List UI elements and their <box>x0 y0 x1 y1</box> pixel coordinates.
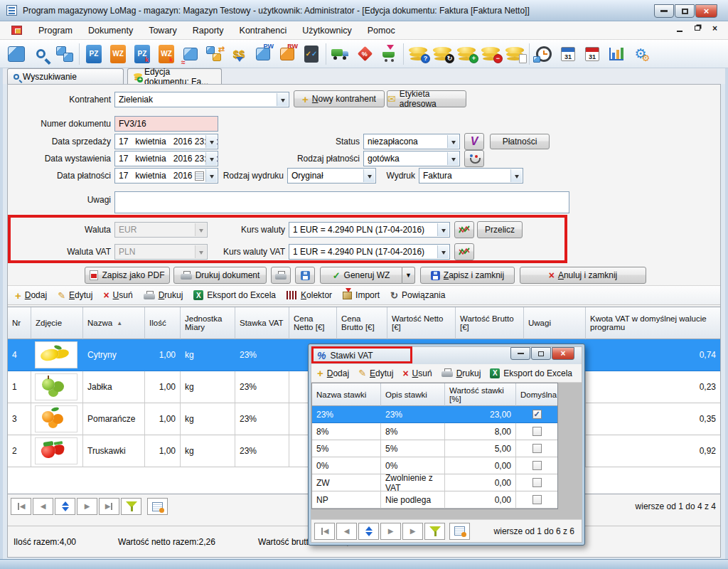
menu-program[interactable]: Program <box>31 23 80 38</box>
filter-button[interactable] <box>424 523 445 540</box>
wydruk-combo[interactable]: Faktura <box>419 168 523 184</box>
col-domyslna[interactable]: Domyślna <box>516 383 557 406</box>
kurs-vat-chart-button[interactable] <box>454 243 474 260</box>
first-page-button[interactable]: ◀ <box>11 498 31 515</box>
payments-add-icon[interactable]: + <box>454 42 478 66</box>
dialog-close-button[interactable]: × <box>552 347 574 360</box>
status-combo[interactable]: niezapłacona <box>363 134 460 149</box>
kurs-waluty-vat-combo[interactable]: 1 EUR = 4.2940 PLN (17-04-2016) <box>289 244 450 260</box>
vat-row[interactable]: 5% 5% 5,00 <box>312 440 557 457</box>
chevron-down-icon[interactable] <box>363 169 375 182</box>
zapisz-jako-pdf-button[interactable]: Zapisz jako PDF <box>85 267 170 284</box>
vat-row[interactable]: ZW Zwolnienie z VAT 0,00 <box>312 474 557 491</box>
vat-row[interactable]: 0% 0% 0,00 <box>312 457 557 474</box>
settings-gears-icon[interactable]: ⚙⚙ <box>628 42 653 66</box>
delivery-truck-icon[interactable] <box>328 42 353 66</box>
payments-query-icon[interactable]: ? <box>406 42 430 66</box>
numer-dokumentu-field[interactable]: FV3/16 <box>114 116 218 132</box>
maximize-button[interactable] <box>675 4 695 18</box>
vat-row[interactable]: 23% 23% 23,00 <box>312 406 557 423</box>
col-wartosc-brutto[interactable]: Wartość Brutto [€] <box>456 307 524 339</box>
kolektor-button[interactable]: Kolektor <box>287 290 332 300</box>
generuj-wz-dropdown[interactable]: ▼ <box>402 267 415 284</box>
chevron-down-icon[interactable] <box>437 223 449 236</box>
chevron-down-icon[interactable] <box>510 169 522 182</box>
chevron-down-icon[interactable] <box>205 135 217 148</box>
menu-kontrahenci[interactable]: Kontrahenci <box>232 23 295 38</box>
col-ilosc[interactable]: Ilość <box>145 307 181 339</box>
payments-remove-icon[interactable]: − <box>478 42 503 66</box>
dialog-usun-button[interactable]: ×Usuń <box>402 368 432 378</box>
waluta-vat-combo[interactable]: PLN <box>114 244 208 260</box>
minimize-button[interactable] <box>654 4 674 18</box>
next-page-button[interactable]: ▶ <box>77 498 97 515</box>
uwagi-input[interactable] <box>114 191 569 213</box>
calendar-red-icon[interactable]: 31 <box>580 42 604 66</box>
grid-settings-button[interactable] <box>449 523 470 540</box>
waluta-combo[interactable]: EUR <box>114 222 208 238</box>
drukuj-button[interactable]: Drukuj <box>144 290 183 300</box>
col-jednostka[interactable]: Jednostka Miary <box>181 307 235 339</box>
default-checkbox[interactable] <box>532 478 542 487</box>
tab-edycja-dokumentu[interactable]: Edycja dokumentu: Fa... <box>127 68 222 85</box>
anuluj-i-zamknij-button[interactable]: ×Anuluj i zamknij <box>520 267 646 284</box>
usun-button[interactable]: ×Usuń <box>103 290 132 300</box>
pw-document-icon[interactable]: PW <box>251 42 275 66</box>
prev-page-button[interactable]: ◀ <box>33 498 53 515</box>
tab-wyszukiwanie[interactable]: Wyszukiwanie <box>7 68 124 84</box>
col-zdjecie[interactable]: Zdjęcie <box>31 307 83 339</box>
menu-pomoc[interactable]: Pomoc <box>360 23 403 38</box>
chevron-down-icon[interactable] <box>277 93 288 106</box>
dialog-dodaj-button[interactable]: +Dodaj <box>317 368 349 378</box>
powiazania-button[interactable]: ↻Powiązania <box>390 290 445 300</box>
kontrahent-combo[interactable]: Zieleniak <box>114 92 289 107</box>
history-clock-icon[interactable] <box>532 42 556 66</box>
default-checkbox[interactable] <box>532 461 542 470</box>
mdi-minimize-button[interactable] <box>675 23 684 33</box>
col-kwota-vat[interactable]: Kwota VAT w domyślnej walucie programu <box>586 307 720 339</box>
default-checkbox[interactable] <box>532 444 542 453</box>
pz-document-icon[interactable]: PZ <box>82 42 106 66</box>
sort-updown-button[interactable] <box>358 523 379 540</box>
import-button[interactable]: Import <box>343 290 380 300</box>
payment-hand-button[interactable] <box>464 150 484 167</box>
nowy-kontrahent-button[interactable]: +Nowy kontrahent <box>294 90 385 107</box>
mdi-close-button[interactable]: × <box>710 23 719 33</box>
rodzaj-wydruku-combo[interactable]: Oryginał <box>287 168 376 184</box>
statistics-chart-icon[interactable] <box>604 42 628 66</box>
col-wartosc-netto[interactable]: Wartość Netto [€] <box>387 307 456 339</box>
menu-towary[interactable]: Towary <box>141 23 185 38</box>
col-uwagi[interactable]: Uwagi <box>524 307 586 339</box>
rw-document-icon[interactable]: RW <box>275 42 299 66</box>
payments-report-icon[interactable] <box>503 42 527 66</box>
wz-correction-icon[interactable]: WZk <box>154 42 178 66</box>
dialog-drukuj-button[interactable]: Drukuj <box>441 368 481 378</box>
przelicz-button[interactable]: Przelicz <box>477 221 523 238</box>
edytuj-button[interactable]: ✎Edytuj <box>58 290 92 300</box>
dialog-eksport-button[interactable]: XEksport do Excela <box>490 368 572 378</box>
print-settings-button[interactable] <box>271 267 291 284</box>
calendar-blue-icon[interactable]: 31 <box>556 42 580 66</box>
kurs-chart-button[interactable] <box>454 221 474 238</box>
dialog-edytuj-button[interactable]: ✎Edytuj <box>358 368 393 378</box>
etykieta-adresowa-button[interactable]: ✉Etykieta adresowa <box>387 90 466 107</box>
vat-row[interactable]: 8% 8% 8,00 <box>312 423 557 440</box>
zapisz-i-zamknij-button[interactable]: Zapisz i zamknij <box>420 267 515 284</box>
default-checkbox[interactable] <box>532 427 542 436</box>
data-wystawienia-picker[interactable]: 17 kwietnia 2016 23:18:00 <box>114 151 218 166</box>
rodzaj-platnosci-combo[interactable]: gotówka <box>363 151 460 166</box>
discount-tag-icon[interactable]: % <box>353 42 377 66</box>
chevron-down-icon[interactable] <box>447 135 459 148</box>
chevron-down-icon[interactable] <box>205 152 217 165</box>
transfer-goods-icon[interactable]: ⇄ <box>203 42 227 66</box>
grid-settings-button[interactable] <box>147 498 168 515</box>
mdi-restore-button[interactable] <box>692 23 702 33</box>
col-nazwa[interactable]: Nazwa▲ <box>83 307 145 339</box>
dialog-maximize-button[interactable] <box>531 347 551 360</box>
menu-raporty[interactable]: Raporty <box>185 23 232 38</box>
first-page-button[interactable]: ◀ <box>314 523 335 540</box>
search-goods-icon[interactable] <box>28 42 53 66</box>
kurs-waluty-combo[interactable]: 1 EUR = 4.2940 PLN (17-04-2016) <box>289 222 450 238</box>
vat-row[interactable]: NP Nie podlega 0,00 <box>312 491 557 509</box>
col-wartosc-stawki[interactable]: Wartość stawki [%] <box>445 383 516 406</box>
